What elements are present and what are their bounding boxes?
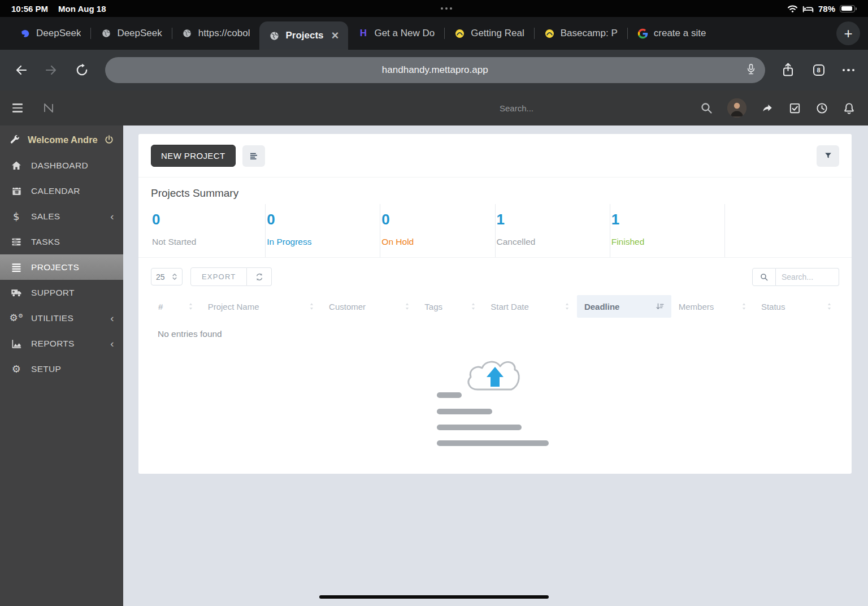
table-search-button[interactable] (752, 268, 776, 286)
sidebar-item-label: TASKS (31, 237, 60, 247)
sidebar-item-label: DASHBOARD (31, 161, 88, 171)
tab-hostinger[interactable]: H Get a New Do (348, 22, 444, 45)
projects-menu-icon (9, 262, 24, 273)
sidebar-item-sales[interactable]: $ SALES ‹ (0, 204, 123, 229)
status-date: Mon Aug 18 (58, 4, 106, 14)
logout-power-icon[interactable] (104, 135, 114, 145)
dollar-icon: $ (9, 210, 24, 222)
export-button[interactable]: EXPORT (190, 267, 247, 286)
sidebar-item-label: PROJECTS (31, 262, 79, 272)
sort-icon (565, 302, 570, 310)
reload-button[interactable] (75, 63, 89, 77)
tab-cobol[interactable]: https://cobol (172, 22, 260, 45)
sidebar-item-label: SUPPORT (31, 288, 75, 298)
globe-icon (182, 28, 193, 39)
tab-deepseek-2[interactable]: DeepSeek (91, 22, 171, 45)
stat-finished: 1 Finished (610, 204, 725, 257)
sidebar-item-reports[interactable]: REPORTS ‹ (0, 331, 123, 356)
tab-create-site[interactable]: create a site (628, 22, 716, 45)
new-project-button[interactable]: NEW PROJECT (151, 145, 236, 167)
list-view-button[interactable] (242, 145, 265, 167)
hostinger-icon: H (358, 28, 368, 39)
url-text: handhandy.mettapro.app (382, 64, 488, 76)
basecamp-icon (544, 28, 555, 39)
sidebar-welcome-row: Welcome Andre (0, 125, 123, 153)
sort-icon (188, 302, 193, 310)
app-header (0, 90, 868, 125)
global-search-input[interactable] (500, 103, 696, 113)
status-bar: 10:56 PM Mon Aug 18 78% (0, 0, 868, 17)
main-content: NEW PROJECT Projects Summary 0 Not Start… (123, 125, 868, 606)
basecamp-icon (454, 28, 465, 39)
wifi-icon (787, 5, 798, 13)
sidebar-item-label: UTILITIES (31, 313, 73, 323)
sidebar-item-dashboard[interactable]: DASHBOARD (0, 153, 123, 178)
wrench-icon[interactable] (9, 134, 20, 145)
tab-projects-active[interactable]: Projects × (259, 21, 348, 50)
cloud-upload-icon (421, 341, 569, 450)
history-clock-icon[interactable] (815, 102, 828, 115)
new-tab-button[interactable]: + (836, 21, 860, 45)
sort-icon (309, 302, 314, 310)
search-icon[interactable] (700, 101, 713, 115)
column-deadline[interactable]: Deadline (577, 295, 671, 318)
column-start-date[interactable]: Start Date (483, 295, 577, 318)
sidebar-item-setup[interactable]: ⚙ SETUP (0, 356, 123, 382)
column-number[interactable]: # (151, 295, 201, 318)
sidebar-item-utilities[interactable]: ⚙⚙ UTILITIES ‹ (0, 305, 123, 331)
column-members[interactable]: Members (671, 295, 754, 318)
table-search-input[interactable] (776, 268, 839, 286)
refresh-button[interactable] (247, 267, 272, 286)
tab-label: https://cobol (198, 28, 250, 39)
sort-icon (741, 302, 747, 310)
table-header: # Project Name Customer Tags Start Date (151, 295, 839, 318)
more-options-icon[interactable] (843, 69, 855, 72)
close-icon[interactable]: × (332, 29, 339, 42)
tab-overview-button[interactable]: 8 (811, 62, 827, 78)
tab-deepseek-1[interactable]: DeepSeek (10, 22, 90, 45)
gears-icon: ⚙⚙ (9, 313, 24, 323)
home-indicator[interactable] (319, 595, 549, 599)
empty-state-message: No entries found (138, 318, 852, 339)
avatar[interactable] (727, 98, 747, 118)
tab-label: Projects (285, 30, 323, 41)
tab-basecamp[interactable]: Basecamp: P (535, 22, 627, 45)
stat-on-hold: 0 On Hold (380, 204, 495, 257)
app-logo-icon[interactable] (42, 101, 55, 115)
share-icon[interactable] (781, 62, 795, 78)
welcome-user-label: Welcome Andre (28, 135, 104, 145)
address-bar[interactable]: handhandy.mettapro.app (105, 57, 765, 83)
stat-empty (725, 204, 839, 257)
back-button[interactable] (14, 63, 28, 77)
projects-card: NEW PROJECT Projects Summary 0 Not Start… (138, 134, 852, 474)
sidebar-item-support[interactable]: SUPPORT (0, 280, 123, 305)
sidebar: Welcome Andre DASHBOARD CALENDAR $ SALES… (0, 125, 123, 606)
column-project-name[interactable]: Project Name (201, 295, 322, 318)
mic-icon[interactable] (745, 62, 757, 80)
tab-label: DeepSeek (36, 28, 81, 39)
sort-icon (471, 302, 476, 310)
column-customer[interactable]: Customer (322, 295, 417, 318)
sidebar-item-tasks[interactable]: TASKS (0, 229, 123, 254)
filter-button[interactable] (817, 145, 839, 167)
forward-button[interactable] (44, 63, 59, 77)
sort-icon (405, 302, 410, 310)
gear-icon: ⚙ (9, 363, 24, 375)
multitasking-indicator[interactable] (106, 7, 787, 10)
sidebar-toggle-icon[interactable] (12, 103, 23, 112)
select-chevrons-icon (172, 272, 177, 281)
tab-getting-real[interactable]: Getting Real (445, 22, 534, 45)
sleep-focus-icon (802, 5, 814, 12)
sidebar-item-projects[interactable]: PROJECTS (0, 254, 123, 280)
column-status[interactable]: Status (754, 295, 839, 318)
battery-percent: 78% (818, 4, 835, 14)
battery-icon (840, 5, 857, 12)
notifications-bell-icon[interactable] (843, 102, 856, 115)
share-forward-icon[interactable] (761, 102, 774, 114)
page-size-select[interactable]: 25 (151, 268, 183, 285)
column-tags[interactable]: Tags (417, 295, 483, 318)
sidebar-item-calendar[interactable]: CALENDAR (0, 178, 123, 204)
support-truck-icon (9, 287, 24, 298)
tasks-check-icon[interactable] (788, 102, 801, 115)
globe-icon (101, 28, 111, 39)
